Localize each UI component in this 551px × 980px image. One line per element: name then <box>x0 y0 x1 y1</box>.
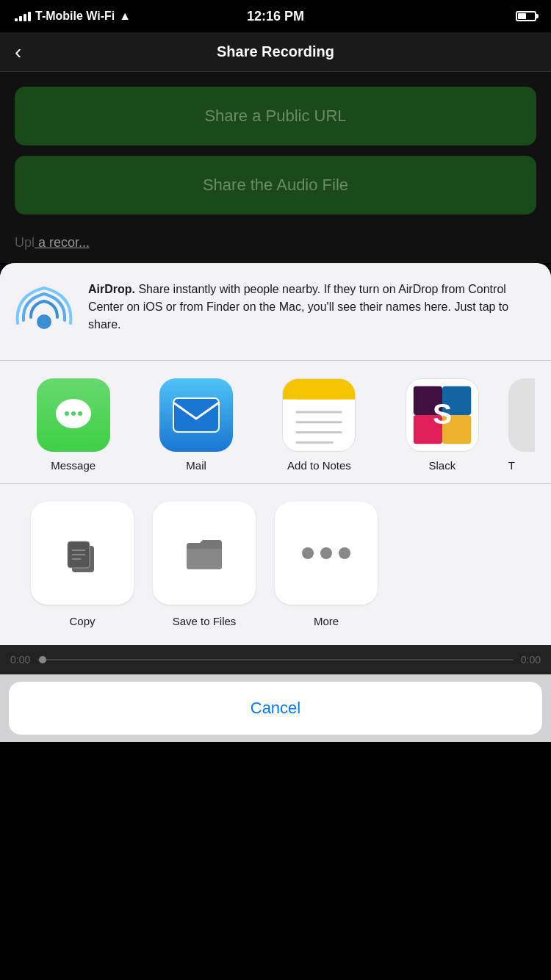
svg-point-28 <box>302 547 314 559</box>
timeline-bar: 0:00 0:00 <box>0 645 551 674</box>
share-sheet: AirDrop. Share instantly with people nea… <box>0 263 551 742</box>
app-label-mail: Mail <box>186 459 206 472</box>
mail-icon <box>159 378 233 452</box>
app-item-partial: T <box>508 378 535 472</box>
airdrop-icon <box>15 284 73 342</box>
status-time: 12:16 PM <box>247 9 304 24</box>
more-icon-box <box>275 502 378 605</box>
svg-point-4 <box>71 411 76 416</box>
app-content: Share a Public URL Share the Audio File … <box>0 72 551 263</box>
airdrop-section: AirDrop. Share instantly with people nea… <box>0 263 551 361</box>
app-item-notes[interactable]: Add to Notes <box>262 378 376 472</box>
app-item-mail[interactable]: Mail <box>140 378 253 472</box>
app-label-message: Message <box>51 459 96 472</box>
nav-bar: ‹ Share Recording <box>0 32 551 72</box>
app-item-slack[interactable]: S Slack <box>385 378 499 472</box>
battery-icon <box>516 11 536 21</box>
share-url-button[interactable]: Share a Public URL <box>15 87 536 145</box>
slack-icon: S <box>406 378 479 452</box>
status-left: T-Mobile Wi-Fi ▲ <box>15 10 131 23</box>
action-item-save-files[interactable]: Save to Files <box>153 502 256 627</box>
action-label-save-files: Save to Files <box>173 615 237 627</box>
app-label-slack: Slack <box>429 459 456 472</box>
svg-point-29 <box>320 547 332 559</box>
carrier-label: T-Mobile Wi-Fi <box>35 10 115 23</box>
cancel-section[interactable]: Cancel <box>9 682 542 735</box>
timeline-end: 0:00 <box>521 654 541 666</box>
action-label-more: More <box>314 615 339 627</box>
actions-section: Copy Save to Files <box>0 484 551 645</box>
status-bar: T-Mobile Wi-Fi ▲ 12:16 PM <box>0 0 551 32</box>
page-title: Share Recording <box>217 43 334 60</box>
apps-row: Message Mail <box>12 378 539 472</box>
action-label-copy: Copy <box>69 615 95 627</box>
app-item-message[interactable]: Message <box>16 378 130 472</box>
share-audio-button[interactable]: Share the Audio File <box>15 156 536 215</box>
svg-rect-6 <box>173 398 219 432</box>
svg-rect-11 <box>283 389 355 400</box>
partial-text: Upl a recor... <box>15 235 90 256</box>
svg-point-3 <box>65 411 69 416</box>
timeline-track[interactable] <box>37 659 514 660</box>
action-item-copy[interactable]: Copy <box>31 502 134 627</box>
status-right <box>516 11 536 21</box>
action-item-more[interactable]: More <box>275 502 378 627</box>
notes-icon <box>282 378 356 452</box>
copy-icon-box <box>31 502 134 605</box>
airdrop-rest: Share instantly with people nearby. If t… <box>88 283 508 331</box>
actions-row: Copy Save to Files <box>12 502 539 627</box>
messages-icon <box>37 378 110 452</box>
wifi-icon: ▲ <box>119 10 131 23</box>
apps-section: Message Mail <box>0 361 551 484</box>
timeline-start: 0:00 <box>10 654 30 666</box>
cancel-button[interactable]: Cancel <box>9 682 542 735</box>
save-files-icon-box <box>153 502 256 605</box>
signal-icon <box>15 11 31 21</box>
back-button[interactable]: ‹ <box>15 40 21 64</box>
svg-text:S: S <box>433 398 452 430</box>
app-label-notes: Add to Notes <box>287 459 351 472</box>
airdrop-bold: AirDrop. <box>88 283 135 295</box>
airdrop-description: AirDrop. Share instantly with people nea… <box>88 281 536 334</box>
svg-point-30 <box>339 547 350 559</box>
svg-point-5 <box>78 411 82 416</box>
